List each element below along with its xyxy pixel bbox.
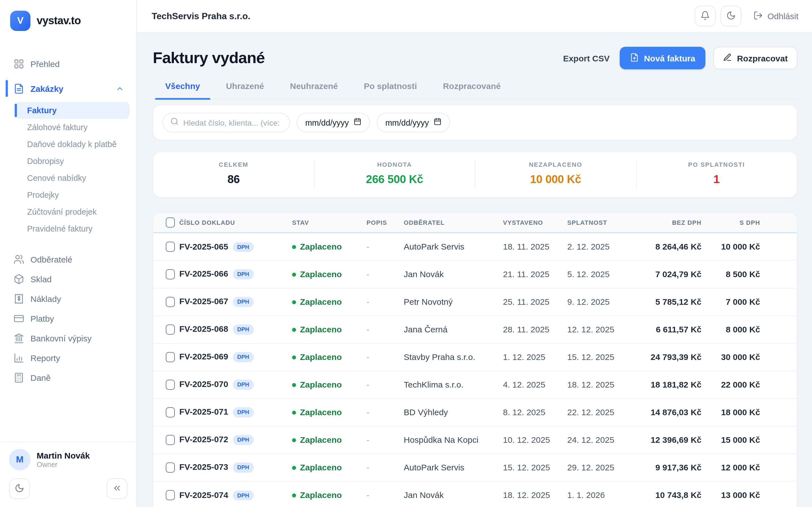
sidebar-item-dane[interactable]: Daně	[7, 368, 130, 388]
dashboard-icon	[13, 58, 24, 69]
customer-cell: AutoPark Servis	[404, 453, 503, 481]
status-dot	[292, 410, 296, 414]
sidebar-item-zakazky[interactable]: Zakázky	[7, 77, 130, 100]
row-checkbox[interactable]	[166, 352, 175, 362]
invoice-table-card: ČÍSLO DOKLADUSTAVPOPISODBĚRATELVYSTAVENO…	[153, 212, 797, 507]
status-dot	[292, 328, 296, 332]
sidebar-item-danove-doklady-k-platbe[interactable]: Daňové doklady k platbě	[15, 136, 130, 153]
row-checkbox[interactable]	[166, 380, 175, 390]
sidebar-item-sklad[interactable]: Sklad	[7, 269, 130, 289]
table-row[interactable]: FV-2025-071DPHZaplaceno-BD Výhledy8. 12.…	[153, 398, 797, 426]
description-cell: -	[366, 343, 404, 371]
column-header: POPIS	[366, 213, 404, 233]
sidebar-item-label: Zakázky	[31, 83, 63, 93]
date-to-input[interactable]: mm/dd/yyyy	[377, 113, 450, 132]
customer-cell: BD Výhledy	[404, 398, 503, 426]
logout-button[interactable]: Odhlásit	[753, 10, 799, 22]
due-date-cell: 5. 12. 2025	[567, 260, 638, 288]
due-date-cell: 24. 12. 2025	[567, 426, 638, 453]
tab-vsechny[interactable]: Všechny	[164, 74, 201, 99]
brand[interactable]: V vystav.to	[0, 0, 137, 39]
table-row[interactable]: FV-2025-074DPHZaplaceno-Jan Novák18. 12.…	[153, 481, 797, 507]
description-cell: -	[366, 288, 404, 316]
select-all-checkbox[interactable]	[166, 217, 175, 228]
description-cell: -	[366, 233, 404, 260]
date-from-input[interactable]: mm/dd/yyyy	[297, 113, 370, 132]
row-checkbox[interactable]	[166, 325, 175, 335]
table-row[interactable]: FV-2025-070DPHZaplaceno-TechKlima s.r.o.…	[153, 371, 797, 398]
date-to-value: mm/dd/yyyy	[386, 118, 429, 127]
issued-date-cell: 28. 11. 2025	[503, 316, 567, 343]
row-checkbox[interactable]	[166, 269, 175, 279]
issued-date-cell: 21. 11. 2025	[503, 260, 567, 288]
vat-badge: DPH	[233, 325, 253, 335]
sidebar-item-prehled[interactable]: Přehled	[7, 52, 130, 75]
calendar-icon	[434, 118, 441, 127]
export-csv-button[interactable]: Export CSV	[563, 53, 610, 63]
main-area: TechServis Praha s.r.o. Odhlásit	[137, 0, 812, 507]
sidebar-item-label: Prodejky	[27, 190, 59, 200]
status-dot	[292, 300, 296, 304]
table-row[interactable]: FV-2025-069DPHZaplaceno-Stavby Praha s.r…	[153, 343, 797, 371]
invoice-number: FV-2025-069	[179, 352, 228, 361]
sidebar-item-zalohove-faktury[interactable]: Zálohové faktury	[15, 119, 130, 136]
row-checkbox[interactable]	[166, 297, 175, 307]
draft-button[interactable]: Rozpracovat	[713, 47, 797, 69]
tab-uhrazene[interactable]: Uhrazené	[225, 74, 265, 99]
notifications-button[interactable]	[695, 6, 716, 26]
sidebar-item-bankovni-vypisy[interactable]: Bankovní výpisy	[7, 328, 130, 348]
table-row[interactable]: FV-2025-065DPHZaplaceno-AutoPark Servis1…	[153, 233, 797, 260]
stat-nezaplaceno: NEZAPLACENO10 000 Kč	[475, 160, 636, 189]
collapse-sidebar-button[interactable]	[107, 478, 128, 499]
column-header: SPLATNOST	[567, 213, 638, 233]
theme-toggle-button[interactable]	[9, 478, 30, 499]
status-label: Zaplaceno	[300, 490, 342, 500]
sidebar-item-pravidelne-faktury[interactable]: Pravidelné faktury	[15, 220, 130, 237]
search-input[interactable]	[183, 118, 282, 127]
avatar: M	[9, 449, 31, 470]
vat-badge: DPH	[233, 463, 253, 473]
net-amount-cell: 18 181,82 Kč	[638, 371, 702, 398]
sidebar-item-naklady[interactable]: Náklady	[7, 289, 130, 309]
sidebar-item-faktury[interactable]: Faktury	[15, 102, 130, 119]
tab-rozpracovane[interactable]: Rozpracované	[442, 74, 502, 99]
sidebar-item-prodejky[interactable]: Prodejky	[15, 186, 130, 203]
brand-name: vystav.to	[37, 15, 81, 27]
draft-label: Rozpracovat	[737, 53, 788, 63]
sidebar-item-dobropisy[interactable]: Dobropisy	[15, 153, 130, 170]
table-row[interactable]: FV-2025-073DPHZaplaceno-AutoPark Servis1…	[153, 453, 797, 481]
row-checkbox[interactable]	[166, 242, 175, 252]
row-checkbox[interactable]	[166, 490, 175, 501]
net-amount-cell: 7 024,79 Kč	[638, 260, 702, 288]
table-row[interactable]: FV-2025-066DPHZaplaceno-Jan Novák21. 11.…	[153, 260, 797, 288]
date-from-value: mm/dd/yyyy	[305, 118, 349, 127]
table-row[interactable]: FV-2025-067DPHZaplaceno-Petr Novotný25. …	[153, 288, 797, 316]
row-checkbox[interactable]	[166, 435, 175, 445]
sidebar-item-platby[interactable]: Platby	[7, 309, 130, 328]
issued-date-cell: 8. 12. 2025	[503, 398, 567, 426]
sidebar-item-zuctovani-prodejek[interactable]: Zúčtování prodejek	[15, 203, 130, 220]
page-content: Faktury vydané Export CSV Nová faktura R…	[137, 33, 812, 507]
table-row[interactable]: FV-2025-068DPHZaplaceno-Jana Černá28. 11…	[153, 316, 797, 343]
gross-amount-cell: 7 000 Kč	[702, 288, 760, 316]
row-checkbox[interactable]	[166, 407, 175, 417]
vat-badge: DPH	[233, 490, 253, 500]
issued-date-cell: 18. 12. 2025	[503, 481, 567, 507]
net-amount-cell: 8 264,46 Kč	[638, 233, 702, 260]
table-row[interactable]: FV-2025-072DPHZaplaceno-Hospůdka Na Kopc…	[153, 426, 797, 453]
new-invoice-button[interactable]: Nová faktura	[620, 47, 705, 69]
net-amount-cell: 14 876,03 Kč	[638, 398, 702, 426]
sidebar-item-odberatele[interactable]: Odběratelé	[7, 249, 130, 269]
user-profile[interactable]: M Martin Novák Owner	[9, 449, 128, 470]
sidebar-item-cenove-nabidky[interactable]: Cenové nabídky	[15, 170, 130, 186]
sidebar-item-label: Sklad	[31, 274, 52, 284]
row-checkbox[interactable]	[166, 462, 175, 473]
tab-po-splatnosti[interactable]: Po splatnosti	[363, 74, 418, 99]
active-indicator-bar	[15, 104, 17, 117]
dark-mode-button[interactable]	[721, 6, 742, 26]
tab-neuhrazene[interactable]: Neuhrazené	[289, 74, 339, 99]
filter-bar: mm/dd/yyyy mm/dd/yyyy	[153, 105, 797, 140]
sidebar-item-reporty[interactable]: Reporty	[7, 348, 130, 368]
invoice-number: FV-2025-074	[179, 490, 228, 499]
package-icon	[13, 274, 24, 284]
